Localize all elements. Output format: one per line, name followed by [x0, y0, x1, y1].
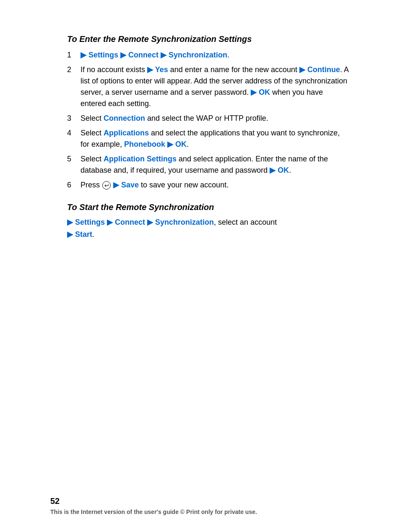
- connection-link: Connection: [104, 114, 145, 122]
- arrow-2: ▶: [118, 51, 128, 59]
- step1-period: .: [227, 51, 229, 59]
- step-content-4: Select Applications and select the appli…: [81, 127, 350, 150]
- section2-title: To Start the Remote Synchronization: [67, 202, 350, 212]
- yes-link: Yes: [155, 65, 168, 74]
- settings-link-1: Settings: [88, 51, 118, 59]
- s2-start: Start: [75, 230, 92, 239]
- list-item: 1 ▶ Settings ▶ Connect ▶ Synchronization…: [67, 49, 350, 61]
- ok-link-2: OK: [175, 140, 187, 148]
- section2-line1: ▶ Settings ▶ Connect ▶ Synchronization, …: [67, 216, 350, 228]
- app-settings-link: Application Settings: [104, 155, 177, 163]
- s2-arrow-4: ▶: [67, 230, 75, 239]
- step-number-3: 3: [67, 113, 81, 124]
- list-item: 3 Select Connection and select the WAP o…: [67, 113, 350, 124]
- step-number-1: 1: [67, 49, 81, 61]
- ok-link-3: OK: [278, 166, 289, 174]
- section2-line2: ▶ Start.: [67, 228, 350, 241]
- section1-title-text: To Enter the Remote Synchronization Sett…: [67, 34, 252, 44]
- list-item: 2 If no account exists ▶ Yes and enter a…: [67, 64, 350, 109]
- numbered-list: 1 ▶ Settings ▶ Connect ▶ Synchronization…: [67, 49, 350, 191]
- step-content-1: ▶ Settings ▶ Connect ▶ Synchronization.: [81, 49, 350, 61]
- s2-arrow-3: ▶: [145, 218, 155, 226]
- arrow-ok-1: ▶: [251, 88, 259, 96]
- step-number-5: 5: [67, 153, 81, 165]
- arrow-3: ▶: [158, 51, 169, 59]
- arrow-ok-2: ▶: [165, 140, 175, 148]
- step-content-5: Select Application Settings and select a…: [81, 153, 350, 176]
- s2-connect: Connect: [115, 218, 145, 226]
- continue-link: Continue: [307, 65, 340, 74]
- step-number-6: 6: [67, 179, 81, 191]
- connect-link-1: Connect: [128, 51, 158, 59]
- page-footer: 52 This is the Internet version of the u…: [0, 496, 400, 515]
- arrow-save: ▶: [113, 181, 121, 189]
- section2-title-text: To Start the Remote Synchronization: [67, 202, 214, 212]
- s2-arrow-2: ▶: [105, 218, 115, 226]
- step-number-4: 4: [67, 127, 81, 139]
- arrow-yes: ▶: [147, 65, 155, 74]
- phonebook-link: Phonebook: [124, 140, 165, 148]
- arrow-1: ▶: [81, 51, 88, 59]
- sync-link-1: Synchronization: [169, 51, 227, 59]
- footer-note: This is the Internet version of the user…: [50, 509, 257, 515]
- page-number: 52: [50, 496, 60, 506]
- back-icon: ↩: [102, 181, 111, 189]
- arrow-continue: ▶: [297, 65, 307, 74]
- section1-title: To Enter the Remote Synchronization Sett…: [67, 34, 350, 44]
- list-item: 6 Press ↩ ▶ Save to save your new accoun…: [67, 179, 350, 191]
- step-number-2: 2: [67, 64, 81, 75]
- save-link: Save: [121, 181, 139, 189]
- ok-link-1: OK: [259, 88, 270, 96]
- page-content: To Enter the Remote Synchronization Sett…: [0, 0, 400, 266]
- step-content-3: Select Connection and select the WAP or …: [81, 113, 350, 124]
- list-item: 4 Select Applications and select the app…: [67, 127, 350, 150]
- s2-sync: Synchronization: [155, 218, 214, 226]
- s2-arrow-1: ▶: [67, 218, 75, 226]
- step-content-6: Press ↩ ▶ Save to save your new account.: [81, 179, 350, 191]
- applications-link: Applications: [104, 129, 149, 137]
- s2-settings: Settings: [75, 218, 105, 226]
- section2-lines: ▶ Settings ▶ Connect ▶ Synchronization, …: [67, 216, 350, 241]
- arrow-ok-3: ▶: [270, 166, 278, 174]
- section2: To Start the Remote Synchronization ▶ Se…: [67, 202, 350, 241]
- list-item: 5 Select Application Settings and select…: [67, 153, 350, 176]
- step-content-2: If no account exists ▶ Yes and enter a n…: [81, 64, 350, 109]
